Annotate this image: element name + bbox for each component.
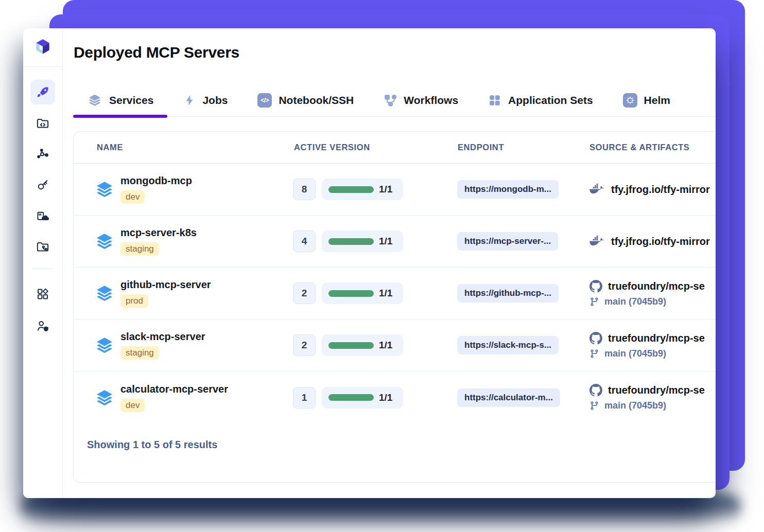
- version-chip: 4: [293, 230, 316, 252]
- tab-notebook-ssh[interactable]: </> Notebook/SSH: [244, 84, 368, 116]
- tab-workflows[interactable]: Workflows: [370, 84, 472, 116]
- layers-icon: [87, 93, 102, 107]
- column-header-endpoint: ENDPOINT: [456, 143, 589, 152]
- app-window: Deployed MCP Servers Services Notebook/S…: [23, 28, 716, 498]
- tab-services[interactable]: Services: [73, 84, 167, 116]
- tab-label: Notebook/SSH: [279, 94, 354, 107]
- sidebar-item-applications[interactable]: [36, 287, 50, 301]
- workflow-icon: [384, 94, 397, 107]
- replica-progress: 1/1: [322, 230, 403, 252]
- table-row[interactable]: github-mcp-server prod 2 1/1 https://git…: [74, 268, 716, 320]
- table-body: mongodb-mcp dev 8 1/1 https://mongodb-m.…: [74, 164, 716, 423]
- service-name: slack-mcp-server: [120, 331, 205, 343]
- sidebar-item-secrets[interactable]: [36, 178, 50, 192]
- column-header-source: SOURCE & ARTIFACTS: [589, 143, 716, 152]
- sidebar-item-cloud-integrations[interactable]: [36, 209, 50, 223]
- page-title: Deployed MCP Servers: [74, 44, 239, 61]
- key-icon: [36, 178, 50, 192]
- user-shield-icon: [36, 319, 50, 333]
- replica-progress: 1/1: [322, 334, 403, 356]
- replica-progress: 1/1: [322, 282, 403, 304]
- endpoint-link[interactable]: https://calculator-m...: [457, 388, 560, 407]
- sidebar-item-code-repos[interactable]: [36, 116, 50, 130]
- drop-shadow: [21, 495, 741, 520]
- environment-badge: staging: [120, 346, 159, 360]
- page: Deployed MCP Servers Services Notebook/S…: [0, 0, 764, 532]
- branch-label: main (7045b9): [604, 348, 666, 359]
- tab-label: Application Sets: [508, 94, 593, 107]
- table-row[interactable]: calculator-mcp-server dev 1 1/1 https://…: [74, 371, 716, 423]
- progress-bar: [328, 394, 374, 401]
- version-chip: 1: [293, 387, 316, 409]
- environment-badge: prod: [120, 294, 148, 308]
- sidebar: [23, 28, 63, 498]
- progress-bar: [328, 238, 374, 245]
- sidebar-item-ml-network[interactable]: [36, 147, 50, 161]
- progress-bar: [328, 342, 374, 349]
- tab-application-sets[interactable]: Application Sets: [474, 84, 607, 116]
- branch-label: main (7045b9): [604, 296, 666, 307]
- sidebar-item-deployments[interactable]: [30, 80, 55, 104]
- results-summary: Showing 1 to 5 of 5 results: [74, 423, 716, 451]
- source-cell: truefoundry/mcp-se main (7045b9): [589, 384, 716, 411]
- service-layers-icon: [95, 284, 114, 303]
- git-branch-icon: [589, 401, 599, 411]
- docker-icon: [589, 183, 605, 196]
- table-row[interactable]: slack-mcp-server staging 2 1/1 https://s…: [74, 320, 716, 371]
- tab-bar: Services Notebook/SSH Jobs </> Notebook/…: [73, 84, 716, 117]
- endpoint-link[interactable]: https://slack-mcp-s...: [457, 336, 559, 354]
- source-cell: tfy.jfrog.io/tfy-mirror: [589, 235, 716, 247]
- source-link[interactable]: truefoundry/mcp-se: [608, 384, 705, 396]
- endpoint-link[interactable]: https://mcp-server-...: [457, 232, 558, 251]
- git-branch-icon: [589, 297, 599, 307]
- service-name: mongodb-mcp: [120, 175, 192, 187]
- endpoint-link[interactable]: https://mongodb-m...: [457, 180, 559, 199]
- table-header: NAME ACTIVE VERSION ENDPOINT SOURCE & AR…: [74, 132, 716, 164]
- version-chip: 2: [293, 282, 316, 304]
- github-icon: [589, 332, 602, 345]
- version-chip: 2: [293, 334, 316, 356]
- sidebar-item-repo-pipelines[interactable]: [36, 240, 50, 254]
- source-link[interactable]: truefoundry/mcp-se: [608, 280, 705, 292]
- progress-bar: [328, 186, 374, 193]
- endpoint-link[interactable]: https://github-mcp-...: [457, 284, 559, 303]
- lightning-icon: [183, 94, 196, 107]
- tab-label: Jobs: [202, 94, 228, 107]
- logo[interactable]: [23, 28, 62, 67]
- replica-count: 1/1: [379, 236, 392, 247]
- service-layers-icon: [95, 336, 114, 354]
- table-row[interactable]: mcp-server-k8s staging 4 1/1 https://mcp…: [74, 216, 716, 268]
- helm-icon: [623, 93, 637, 108]
- folder-code-icon: [36, 116, 50, 130]
- source-cell: tfy.jfrog.io/tfy-mirror: [589, 183, 716, 196]
- services-table: NAME ACTIVE VERSION ENDPOINT SOURCE & AR…: [73, 131, 716, 483]
- tab-helm[interactable]: Helm: [609, 84, 684, 116]
- branch-row: main (7045b9): [589, 400, 666, 411]
- column-header-active-version: ACTIVE VERSION: [292, 143, 456, 152]
- github-icon: [589, 280, 602, 293]
- sidebar-item-user-access[interactable]: [36, 319, 50, 333]
- service-layers-icon: [95, 388, 114, 407]
- service-name: github-mcp-server: [120, 279, 211, 291]
- source-cell: truefoundry/mcp-se main (7045b9): [589, 332, 716, 359]
- environment-badge: staging: [120, 242, 159, 256]
- docker-icon: [589, 235, 605, 247]
- source-link[interactable]: truefoundry/mcp-se: [608, 332, 705, 344]
- branch-row: main (7045b9): [589, 348, 666, 359]
- sidebar-divider: [32, 269, 53, 269]
- environment-badge: dev: [120, 399, 145, 412]
- replica-count: 1/1: [379, 392, 392, 403]
- service-name: calculator-mcp-server: [120, 383, 228, 395]
- version-chip: 8: [293, 179, 316, 200]
- table-row[interactable]: mongodb-mcp dev 8 1/1 https://mongodb-m.…: [74, 164, 716, 216]
- replica-progress: 1/1: [322, 179, 403, 200]
- github-icon: [589, 384, 602, 397]
- replica-count: 1/1: [379, 184, 392, 195]
- source-link[interactable]: tfy.jfrog.io/tfy-mirror: [611, 236, 710, 247]
- tab-jobs[interactable]: Notebook/SSH Jobs: [169, 84, 241, 116]
- source-link[interactable]: tfy.jfrog.io/tfy-mirror: [611, 184, 710, 196]
- branch-row: main (7045b9): [589, 296, 666, 307]
- service-layers-icon: [95, 180, 114, 199]
- git-branch-icon: [589, 349, 599, 359]
- replica-count: 1/1: [379, 288, 392, 299]
